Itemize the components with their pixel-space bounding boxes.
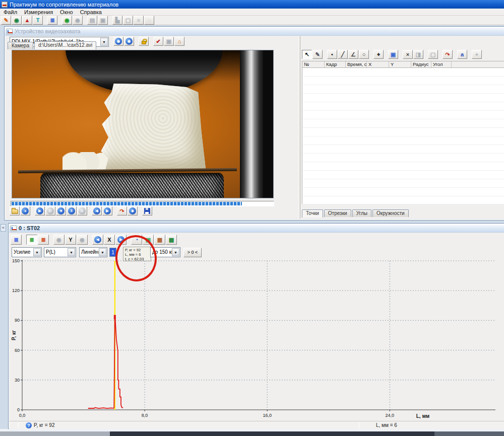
collapse-panel-button[interactable]: « [1,224,6,232]
snapshot-icon[interactable]: ▣ [164,37,174,46]
angle-tool-icon[interactable]: ∠ [348,50,358,59]
play-slow-icon[interactable]: ▷ [45,206,55,215]
point-tool-icon[interactable]: • [327,50,337,59]
column-header[interactable]: Кадр [325,61,346,67]
segment-tool-icon[interactable]: ╱ [338,50,348,59]
image-export-icon[interactable]: ▩ [166,235,177,245]
x-scroll-left-icon[interactable]: ◀ [92,235,103,245]
y-zoom-in-icon[interactable]: ◉ [77,235,88,245]
draw-tool-icon[interactable]: ✎ [1,16,11,25]
video-window-titlebar[interactable]: Устройство видеозахвата [5,27,504,36]
range-combo[interactable]: до 150 кг ▼ [150,247,180,257]
y-zoom-out-icon[interactable]: ◉ [53,235,65,245]
next-frame-icon[interactable]: ▶ [102,206,112,215]
x-scroll-right-icon[interactable]: ▶ [115,235,127,245]
column-header[interactable]: X [367,61,389,67]
x-axis-title: L, мм [416,413,429,419]
column-header[interactable]: Y [389,61,411,67]
lock-icon[interactable] [139,37,149,46]
zero-button[interactable]: > 0 < [183,248,202,257]
y-tick-label: 60 [15,348,20,353]
chevron-down-icon[interactable]: ▼ [172,248,179,256]
chevron-down-icon[interactable]: ▼ [99,248,106,256]
menu-item-справка[interactable]: Справка [77,9,105,15]
pause-icon: ‖ [68,207,75,214]
stop-icon[interactable]: ■ [56,206,66,215]
notes-icon[interactable]: ▢ [123,16,133,25]
chevron-down-icon[interactable]: ▼ [100,38,108,46]
tab-точки[interactable]: Точки [302,209,323,217]
marker-icon[interactable]: ◆ [128,206,138,215]
circle-tool-icon[interactable]: ○ [359,50,369,59]
options-icon[interactable]: ≡ [134,16,144,25]
timer-icon[interactable]: ◔ [131,235,142,245]
play-icon[interactable]: ▶ [35,206,45,215]
column-header[interactable]: Угол [431,61,452,67]
menu-item-файл[interactable]: Файл [0,9,21,15]
series-green-icon[interactable]: ≣ [26,235,37,245]
open-file-icon[interactable] [10,206,20,215]
select-cursor-icon[interactable]: ↖ [302,50,312,59]
export-table-icon[interactable]: a [457,50,467,59]
home-icon[interactable]: ⌂ [174,37,184,46]
export-icon: ▲ [25,17,30,23]
capture-source-icon[interactable]: ◉ [124,37,134,46]
menu-item-окно[interactable]: Окно [56,9,77,15]
video-progress-bar[interactable] [11,201,274,206]
list-icon[interactable]: ≣ [47,16,57,25]
measure-table-body[interactable] [302,68,504,204]
series-list-icon[interactable]: ≣ [11,235,22,245]
edit-check-icon[interactable]: ✔ [153,37,163,46]
open-file-icon [12,209,18,214]
add-icon[interactable]: + [472,50,482,59]
quantity-combo[interactable]: Усилие ▼ [12,247,42,257]
main-toolbar: ✎◉▲T≣◉◉▤▣▙▢≡◌ [0,16,504,25]
chevron-down-icon[interactable]: ▼ [33,248,41,256]
menu-item-измерения[interactable]: Измерения [21,9,56,15]
delete-icon[interactable]: × [403,50,413,59]
film-icon[interactable]: ▤ [87,16,97,25]
column-header[interactable]: Время, с [346,61,367,67]
axes-tool-icon[interactable]: ⌖ [373,50,384,59]
column-header[interactable]: № [302,61,325,67]
tab-окружности[interactable]: Окружности [372,209,409,217]
chevron-down-icon[interactable]: ▼ [68,248,75,256]
tab-отрезки[interactable]: Отрезки [324,209,351,217]
series-number-input[interactable]: 1 [109,248,116,257]
function-combo[interactable]: P(L) ▼ [44,247,76,257]
stop-icon[interactable]: ◉ [73,16,83,25]
x-axis-button[interactable]: X [104,235,115,245]
tab-camera[interactable]: Камера [8,42,33,49]
clear-icon[interactable]: ◨ [413,50,423,59]
y-axis-button[interactable]: Y [65,235,76,245]
help-circle-icon[interactable]: ◌ [144,16,154,25]
scale-combo[interactable]: Линейная ▼ [79,247,107,257]
series-red-icon[interactable]: ≣ [38,235,49,245]
camera-icon[interactable]: ▣ [98,16,108,25]
table-icon[interactable]: ▦ [154,235,165,245]
cube-icon[interactable]: ▢ [428,50,438,59]
record-icon[interactable]: ◉ [62,16,72,25]
eject-icon[interactable]: ▴ [77,206,87,215]
tab-углы[interactable]: Углы [352,209,371,217]
export-icon[interactable]: ▲ [22,16,32,25]
chart-icon[interactable]: ▙ [112,16,122,25]
capture-config-icon[interactable]: ◉ [113,37,123,46]
cube-icon: ▢ [430,51,435,58]
tab-video-file[interactable]: d:\Users\M...\сах512.avi [34,41,96,49]
chart-window-titlebar[interactable]: 0 : ST02 [9,224,504,233]
picture-icon[interactable]: ▣ [143,235,154,245]
prev-frame-icon[interactable]: ◀ [92,206,102,215]
pen-tool-icon[interactable]: ✎ [312,50,323,59]
frame-grab-icon[interactable]: ▣ [388,50,398,59]
capture-icon[interactable]: ● [20,206,30,215]
pause-icon[interactable]: ‖ [67,206,77,215]
video-frame[interactable] [12,50,274,198]
column-header[interactable]: Радиус [411,61,431,67]
table-row [302,77,504,85]
globe-icon[interactable]: ◉ [12,16,22,25]
repeat-icon[interactable]: ↷ [117,206,127,215]
refresh-icon[interactable]: ↷ [443,50,453,59]
text-tool-icon[interactable]: T [33,16,43,25]
save-icon[interactable] [142,206,152,215]
